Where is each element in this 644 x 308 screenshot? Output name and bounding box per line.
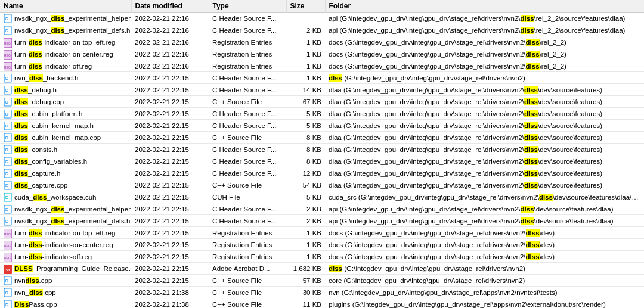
file-name-cell: Cnvsdk_ngx_dlss_experimental_defs.h	[0, 24, 131, 36]
file-size-cell: 14 KB	[286, 84, 325, 96]
file-size-cell: 1 KB	[286, 239, 325, 251]
table-row[interactable]: Cdlss_cubin_kernel_map.h2022-02-21 22:15…	[0, 120, 644, 132]
table-row[interactable]: REGturn-dlss-indicator-off.reg2022-02-21…	[0, 251, 644, 263]
file-type-cell: C Header Source F...	[209, 72, 286, 84]
file-type-cell: Registration Entries	[209, 60, 286, 72]
file-type-cell: C++ Source File	[209, 132, 286, 144]
file-date-cell: 2022-02-21 22:16	[131, 24, 209, 36]
file-name-cell: Cdlss_capture.h	[0, 167, 131, 179]
col-size-header[interactable]: Size	[286, 0, 325, 13]
file-folder-cell: docs (G:\integdev_gpu_drv\integ\gpu_drv\…	[325, 60, 644, 72]
file-size-cell: 8 KB	[286, 155, 325, 167]
file-name-cell: Cdlss_cubin_kernel_map.h	[0, 120, 131, 132]
file-type-cell: C Header Source F...	[209, 108, 286, 120]
file-type-cell: C Header Source F...	[209, 120, 286, 132]
file-folder-cell: dlaa (G:\integdev_gpu_drv\integ\gpu_drv\…	[325, 132, 644, 144]
svg-text:C: C	[5, 88, 8, 93]
file-type-cell: Registration Entries	[209, 36, 286, 48]
svg-text:C: C	[5, 207, 8, 212]
table-row[interactable]: Cdlss_config_variables.h2022-02-21 22:15…	[0, 155, 644, 167]
file-name-cell: REGturn-dlss-indicator-off.reg	[0, 251, 131, 263]
table-row[interactable]: REGturn-dlss-indicator-on-center.reg2022…	[0, 48, 644, 60]
table-row[interactable]: Cdlss_cubin_platform.h2022-02-21 22:15C …	[0, 108, 644, 120]
file-date-cell: 2022-02-21 21:38	[131, 298, 209, 309]
table-row[interactable]: Cdlss_capture.h2022-02-21 22:15C Header …	[0, 167, 644, 179]
file-date-cell: 2022-02-21 22:15	[131, 84, 209, 96]
file-name-cell: CDlssPass.cpp	[0, 298, 131, 309]
file-size-cell: 11 KB	[286, 298, 325, 309]
file-date-cell: 2022-02-21 22:15	[131, 132, 209, 144]
file-name-cell: Cnvn_dlss.cpp	[0, 287, 131, 298]
svg-text:C: C	[5, 16, 8, 21]
col-type-header[interactable]: Type	[209, 0, 286, 13]
file-date-cell: 2022-02-21 22:15	[131, 215, 209, 227]
file-type-cell: C Header Source F...	[209, 24, 286, 36]
svg-text:C: C	[5, 28, 8, 33]
file-name-cell: Cdlss_capture.cpp	[0, 179, 131, 191]
file-type-cell: Registration Entries	[209, 239, 286, 251]
file-name-cell: Cdlss_debug.cpp	[0, 96, 131, 108]
table-row[interactable]: Cnvsdk_ngx_dlss_experimental_helpers.h20…	[0, 13, 644, 24]
file-folder-cell: cuda_src (G:\integdev_gpu_drv\integ\gpu_…	[325, 191, 644, 203]
file-folder-cell: plugins (G:\integdev_gpu_drv\integ\gpu_d…	[325, 298, 644, 309]
table-row[interactable]: Cnvsdk_ngx_dlss_experimental_defs.h2022-…	[0, 215, 644, 227]
file-type-cell: C Header Source F...	[209, 215, 286, 227]
col-folder-header[interactable]: Folder	[325, 0, 644, 13]
file-folder-cell: dlaa (G:\integdev_gpu_drv\integ\gpu_drv\…	[325, 108, 644, 120]
file-folder-cell: dlaa (G:\integdev_gpu_drv\integ\gpu_drv\…	[325, 155, 644, 167]
table-row[interactable]: REGturn-dlss-indicator-off.reg2022-02-21…	[0, 60, 644, 72]
table-row[interactable]: REGturn-dlss-indicator-on-top-left.reg20…	[0, 227, 644, 239]
file-size-cell: 54 KB	[286, 179, 325, 191]
table-row[interactable]: Cnvsdk_ngx_dlss_experimental_defs.h2022-…	[0, 24, 644, 36]
svg-text:REG: REG	[4, 256, 11, 260]
file-date-cell: 2022-02-21 22:15	[131, 263, 209, 275]
col-name-header[interactable]: Name	[0, 0, 131, 13]
table-row[interactable]: Cdlss_cubin_kernel_map.cpp2022-02-21 22:…	[0, 132, 644, 144]
file-date-cell: 2022-02-21 22:16	[131, 48, 209, 60]
file-name-cell: Cnvsdk_ngx_dlss_experimental_helpers.h	[0, 203, 131, 215]
file-size-cell	[286, 13, 325, 24]
svg-text:C: C	[5, 195, 8, 200]
file-date-cell: 2022-02-21 22:15	[131, 203, 209, 215]
file-name-cell: REGturn-dlss-indicator-on-center.reg	[0, 48, 131, 60]
file-size-cell: 1 KB	[286, 60, 325, 72]
file-name-cell: Cnvsdk_ngx_dlss_experimental_defs.h	[0, 215, 131, 227]
table-row[interactable]: PDFDLSS_Programming_Guide_Release.pdf202…	[0, 263, 644, 275]
file-name-cell: Cdlss_consts.h	[0, 144, 131, 155]
table-row[interactable]: Cdlss_capture.cpp2022-02-21 22:15C++ Sou…	[0, 179, 644, 191]
svg-text:REG: REG	[4, 232, 11, 236]
table-row[interactable]: Cdlss_debug.h2022-02-21 22:15C Header So…	[0, 84, 644, 96]
file-size-cell: 1 KB	[286, 251, 325, 263]
file-size-cell: 67 KB	[286, 96, 325, 108]
file-type-cell: C Header Source F...	[209, 155, 286, 167]
table-row[interactable]: CDlssPass.cpp2022-02-21 21:38C++ Source …	[0, 298, 644, 309]
table-row[interactable]: Cdlss_debug.cpp2022-02-21 22:15C++ Sourc…	[0, 96, 644, 108]
file-folder-cell: nvn (G:\integdev_gpu_drv\integ\gpu_drv\s…	[325, 287, 644, 298]
file-name-cell: Cdlss_debug.h	[0, 84, 131, 96]
file-date-cell: 2022-02-21 22:15	[131, 275, 209, 287]
table-row[interactable]: Cnvndlss.cpp2022-02-21 22:15C++ Source F…	[0, 275, 644, 287]
table-row[interactable]: Cnvn_dlss_backend.h2022-02-21 22:15C Hea…	[0, 72, 644, 84]
file-list[interactable]: Name Date modified Type Size Folder Cnvs…	[0, 0, 644, 308]
table-row[interactable]: Cnvn_dlss.cpp2022-02-21 21:38C++ Source …	[0, 287, 644, 298]
file-folder-cell: dlaa (G:\integdev_gpu_drv\integ\gpu_drv\…	[325, 96, 644, 108]
file-type-cell: CUH File	[209, 191, 286, 203]
file-size-cell: 1,682 KB	[286, 263, 325, 275]
file-type-cell: Registration Entries	[209, 251, 286, 263]
table-row[interactable]: REGturn-dlss-indicator-on-center.reg2022…	[0, 239, 644, 251]
file-type-cell: C++ Source File	[209, 96, 286, 108]
file-name-cell: REGturn-dlss-indicator-off.reg	[0, 60, 131, 72]
file-type-cell: C++ Source File	[209, 179, 286, 191]
file-folder-cell: docs (G:\integdev_gpu_drv\integ\gpu_drv\…	[325, 36, 644, 48]
svg-text:REG: REG	[4, 54, 11, 57]
file-date-cell: 2022-02-21 22:15	[131, 191, 209, 203]
col-date-header[interactable]: Date modified	[131, 0, 209, 13]
svg-text:C: C	[5, 290, 8, 295]
table-row[interactable]: Cdlss_consts.h2022-02-21 22:15C Header S…	[0, 144, 644, 155]
table-row[interactable]: Cnvsdk_ngx_dlss_experimental_helpers.h20…	[0, 203, 644, 215]
file-date-cell: 2022-02-21 22:15	[131, 239, 209, 251]
table-row[interactable]: Ccuda_dlss_workspace.cuh2022-02-21 22:15…	[0, 191, 644, 203]
table-row[interactable]: REGturn-dlss-indicator-on-top-left.reg20…	[0, 36, 644, 48]
file-type-cell: C Header Source F...	[209, 144, 286, 155]
svg-text:C: C	[5, 171, 8, 176]
